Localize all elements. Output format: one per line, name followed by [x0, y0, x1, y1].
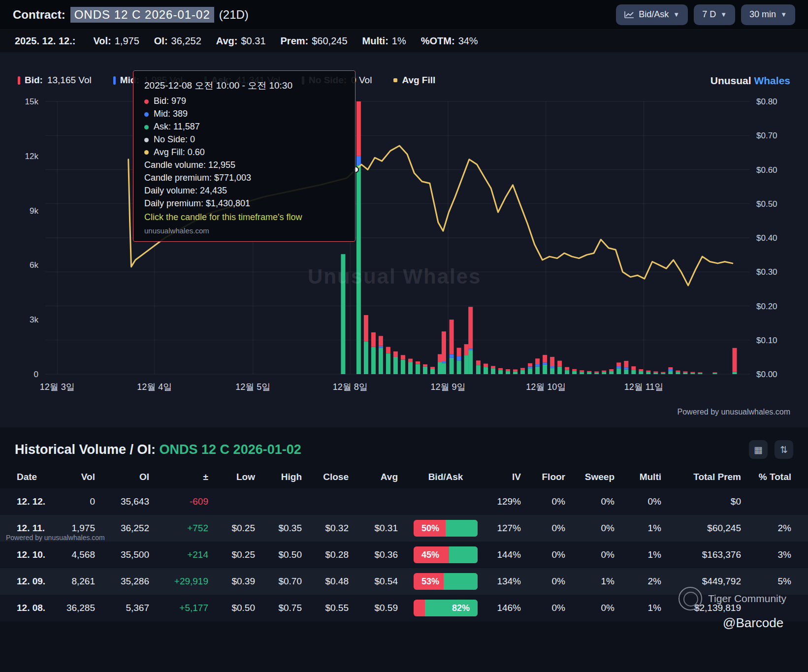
- legend-marker-icon: [393, 78, 397, 82]
- tooltip-cta: Click the candle for this timeframe's fl…: [144, 211, 344, 224]
- cell-avg: $0.59: [359, 603, 409, 613]
- contract-value: ONDS 12 C 2026-01-02: [70, 7, 214, 23]
- column-header-iv[interactable]: IV: [483, 472, 532, 482]
- cell-vol: 1,975: [49, 523, 106, 534]
- contract-days: (21D): [219, 8, 249, 22]
- cell-sweep: 0%: [576, 549, 625, 560]
- cell-sweep: 0%: [576, 523, 625, 534]
- column-header-vol[interactable]: Vol: [49, 472, 106, 482]
- chart-powered-by: Powered by unusualwhales.com: [678, 408, 790, 416]
- cell-bidask: 50%: [409, 520, 483, 537]
- cell-pct-total: 5%: [756, 576, 808, 587]
- sort-button[interactable]: ⇅: [775, 440, 793, 459]
- cell-oi: 36,252: [106, 523, 160, 534]
- svg-text:$0.20: $0.20: [756, 302, 777, 311]
- column-header-sweep[interactable]: Sweep: [576, 472, 625, 482]
- contract-label: Contract:: [13, 8, 65, 22]
- stat-item: Avg:$0.31: [216, 35, 266, 47]
- chart-controls: Bid/Ask ▼ 7 D ▼ 30 min ▼: [616, 4, 795, 25]
- cell-oi-change: +752: [160, 523, 219, 534]
- cell-sweep: 0%: [576, 496, 625, 507]
- tiger-community-label: Tiger Community: [708, 593, 786, 605]
- column-header-totalprem[interactable]: Total Prem: [672, 472, 756, 482]
- svg-text:$0.80: $0.80: [756, 97, 777, 106]
- cell-multi: 2%: [625, 576, 672, 587]
- column-header-avg[interactable]: Avg: [359, 472, 409, 482]
- table-row[interactable]: 12. 10.4,56835,500+214$0.25$0.50$0.28$0.…: [0, 542, 808, 568]
- cell-date: 12. 11.: [0, 523, 49, 534]
- column-header-[interactable]: ±: [160, 472, 219, 482]
- cell-oi-change: +29,919: [160, 576, 219, 587]
- svg-text:$0.30: $0.30: [756, 267, 777, 277]
- cell-floor: 0%: [532, 496, 576, 507]
- tooltip-line: Candle premium: $771,003: [144, 172, 344, 185]
- columns-button[interactable]: ▦: [749, 440, 768, 459]
- bidask-mode-dropdown[interactable]: Bid/Ask ▼: [616, 4, 688, 25]
- tooltip-dot-icon: [144, 150, 149, 155]
- cell-avg: $0.36: [359, 549, 409, 560]
- cell-oi: 5,367: [106, 603, 160, 613]
- table-powered-by: Powered by unusualwhales.com: [6, 534, 105, 542]
- table-header: DateVolOI±LowHighCloseAvgBid/AskIVFloorS…: [0, 466, 808, 488]
- cell-high: $0.35: [266, 523, 313, 534]
- svg-text:$0.40: $0.40: [756, 233, 777, 243]
- tooltip-dot-icon: [144, 112, 149, 117]
- cell-iv: 144%: [483, 549, 532, 560]
- interval-dropdown[interactable]: 30 min ▼: [741, 4, 795, 25]
- bidask-ratio-bar: 45%: [414, 546, 478, 563]
- historical-title-label: Historical Volume / OI:: [15, 442, 156, 457]
- column-header-close[interactable]: Close: [313, 472, 359, 482]
- cell-low: $0.25: [219, 549, 266, 560]
- column-header-high[interactable]: High: [266, 472, 313, 482]
- cell-bidask: 45%: [409, 546, 483, 563]
- cell-iv: 134%: [483, 576, 532, 587]
- column-header-multi[interactable]: Multi: [625, 472, 672, 482]
- cell-floor: 0%: [532, 576, 576, 587]
- tooltip-row: Bid: 979: [144, 95, 344, 108]
- stat-item: Multi:1%: [362, 35, 406, 47]
- table-row[interactable]: 12. 11.1,97536,252+752$0.25$0.35$0.32$0.…: [0, 515, 808, 542]
- tooltip-dot-icon: [144, 99, 149, 104]
- stat-item: Vol:1,975: [93, 35, 139, 47]
- chevron-down-icon: ▼: [780, 11, 787, 18]
- historical-title: Historical Volume / OI: ONDS 12 C 2026-0…: [15, 442, 301, 457]
- cell-floor: 0%: [532, 523, 576, 534]
- cell-bidask: 53%: [409, 573, 483, 590]
- cell-total-prem: $0: [672, 496, 756, 507]
- cell-high: $0.50: [266, 549, 313, 560]
- column-header-%total[interactable]: % Total: [756, 472, 808, 482]
- column-header-bidask[interactable]: Bid/Ask: [409, 472, 483, 482]
- cell-oi-change: +214: [160, 549, 219, 560]
- table-row[interactable]: 12. 12.035,643-609129%0%0%0%$0: [0, 488, 808, 515]
- cell-bidask: 82%: [409, 600, 483, 616]
- tooltip-row: No Side: 0: [144, 133, 344, 146]
- chevron-down-icon: ▼: [720, 11, 727, 18]
- column-header-date[interactable]: Date: [0, 472, 49, 482]
- cell-date: 12. 09.: [0, 576, 49, 587]
- column-header-oi[interactable]: OI: [106, 472, 160, 482]
- stat-item: OI:36,252: [154, 35, 201, 47]
- bidask-ratio-bar: 50%: [414, 520, 478, 537]
- column-header-floor[interactable]: Floor: [532, 472, 576, 482]
- tiger-community-logo: [679, 587, 702, 610]
- legend-item-bid[interactable]: Bid:13,165 Vol: [18, 75, 92, 86]
- cell-date: 12. 08.: [0, 603, 49, 613]
- stat-item: Prem:$60,245: [281, 35, 348, 47]
- svg-text:0: 0: [34, 370, 38, 379]
- cell-vol: 36,285: [49, 603, 106, 613]
- legend-item-avgfill[interactable]: Avg Fill: [393, 75, 435, 86]
- range-dropdown[interactable]: 7 D ▼: [694, 4, 735, 25]
- svg-text:12월 3일: 12월 3일: [40, 382, 75, 392]
- column-header-low[interactable]: Low: [219, 472, 266, 482]
- volume-price-chart[interactable]: $0.00$0.10$0.20$0.30$0.40$0.50$0.60$0.70…: [0, 52, 808, 427]
- app-root: Contract: ONDS 12 C 2026-01-02 (21D) Bid…: [0, 0, 808, 672]
- tooltip-line: Daily volume: 24,435: [144, 185, 344, 197]
- stat-item: %OTM:34%: [421, 35, 478, 47]
- tooltip-lines: Candle volume: 12,955Candle premium: $77…: [144, 159, 344, 210]
- bidask-ratio-bar: 53%: [414, 573, 478, 590]
- bidask-mode-label: Bid/Ask: [639, 9, 669, 20]
- cell-pct-total: 3%: [756, 549, 808, 560]
- tooltip-dot-icon: [144, 138, 149, 142]
- cell-high: $0.75: [266, 603, 313, 613]
- brand-left: Unusual: [711, 75, 751, 86]
